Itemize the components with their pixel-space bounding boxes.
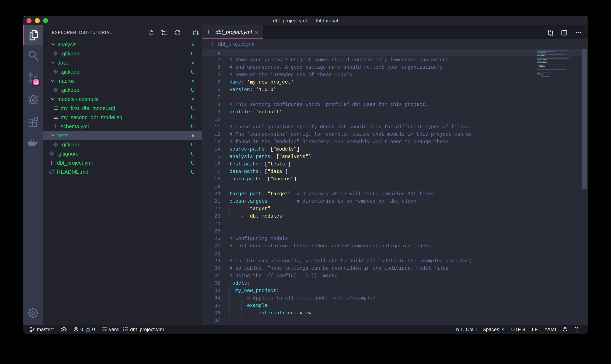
svg-text:11: 11 bbox=[34, 80, 39, 84]
